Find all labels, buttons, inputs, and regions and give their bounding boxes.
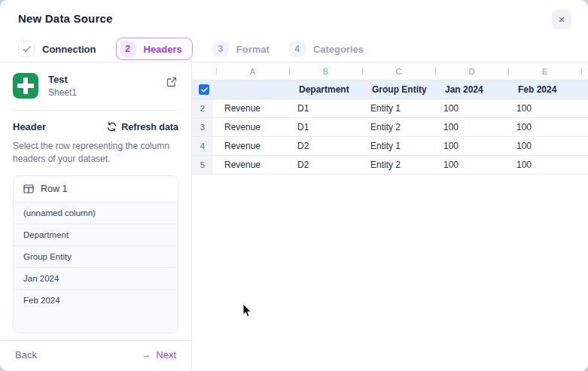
next-label: Next xyxy=(156,349,176,360)
sidebar: Test Sheet1 Header xyxy=(0,62,192,371)
check-icon xyxy=(18,41,35,57)
new-data-source-dialog: New Data Source ✕ Connection 2 Headers 3… xyxy=(0,0,588,371)
open-external-icon[interactable] xyxy=(165,75,178,91)
column-letter: E xyxy=(508,62,581,80)
section-description: Select the row representing the column h… xyxy=(13,140,181,166)
sheet-cell: Entity 2 xyxy=(361,156,434,174)
sheet-cell: Revenue xyxy=(215,156,288,174)
spreadsheet-icon xyxy=(13,73,38,99)
step-label: Format xyxy=(236,44,270,55)
source-card: Test Sheet1 xyxy=(13,73,178,99)
corner-cell xyxy=(192,62,216,80)
back-button[interactable]: Back xyxy=(15,349,37,360)
step-headers[interactable]: 2 Headers xyxy=(116,38,193,60)
sheet-cell: D1 xyxy=(288,99,361,117)
divider xyxy=(13,110,178,111)
column-letter: B xyxy=(289,62,362,80)
wizard-footer: Back → Next xyxy=(0,340,191,371)
step-label: Categories xyxy=(313,44,364,55)
step-number: 2 xyxy=(120,41,136,57)
sheet-cell: 100 xyxy=(434,156,507,174)
column-letter: C xyxy=(362,62,435,80)
sheet-cell: Revenue xyxy=(215,99,288,117)
column-letter: A xyxy=(216,62,289,80)
column-letters-row: A B C D E xyxy=(192,62,588,81)
sheet-cell: 100 xyxy=(507,118,580,136)
arrow-right-icon: → xyxy=(141,349,151,360)
header-row-checkbox[interactable] xyxy=(199,84,209,95)
refresh-data-button[interactable]: Refresh data xyxy=(107,122,178,132)
step-number: 3 xyxy=(212,41,229,57)
step-connection[interactable]: Connection xyxy=(18,41,96,57)
column-list-item: Department xyxy=(14,224,178,245)
step-format[interactable]: 3 Format xyxy=(212,41,270,57)
column-list-item: Jan 2024 xyxy=(14,267,178,289)
sheet-cell: 100 xyxy=(434,118,507,136)
sheet-cell: Entity 1 xyxy=(361,99,434,117)
sheet-cell: Entity 2 xyxy=(361,118,434,136)
close-icon: ✕ xyxy=(558,15,565,25)
refresh-icon xyxy=(107,122,117,132)
row-number: 3 xyxy=(192,118,215,136)
column-list-item: Group Entity xyxy=(14,245,178,267)
selected-header-row[interactable]: Department Group Entity Jan 2024 Feb 202… xyxy=(192,81,588,99)
column-letter-partial xyxy=(581,62,588,80)
sheet-cell: Revenue xyxy=(215,118,288,136)
sheet-cell: Entity 1 xyxy=(361,137,434,155)
sheet-row[interactable]: 3 Revenue D1 Entity 2 100 100 xyxy=(192,118,588,137)
sheet-cell: 100 xyxy=(434,99,507,117)
row-selector[interactable]: Row 1 xyxy=(14,176,178,202)
spreadsheet-preview: A B C D E Department Group Entity Jan 20… xyxy=(192,62,588,371)
column-list-item: (unnamed column) xyxy=(14,202,178,224)
step-label: Headers xyxy=(144,44,182,55)
header-cell xyxy=(216,81,289,99)
header-cell: Group Entity xyxy=(362,81,435,99)
sheet-cell: 100 xyxy=(507,156,580,174)
refresh-label: Refresh data xyxy=(121,122,178,132)
step-number: 4 xyxy=(289,41,306,57)
sheet-cell: D2 xyxy=(288,137,361,155)
header-cell: Feb 2024 xyxy=(508,81,581,99)
dialog-header: New Data Source ✕ Connection 2 Headers 3… xyxy=(0,0,588,62)
row-number: 4 xyxy=(192,137,215,155)
stepper: Connection 2 Headers 3 Format 4 Categori… xyxy=(18,38,571,60)
next-button[interactable]: → Next xyxy=(141,349,176,360)
close-button[interactable]: ✕ xyxy=(552,10,571,29)
source-sheet-name: Sheet1 xyxy=(48,87,77,98)
row-selector-label: Row 1 xyxy=(41,184,67,194)
row-number: 2 xyxy=(192,99,215,117)
sheet-cell: 100 xyxy=(507,99,580,117)
step-categories[interactable]: 4 Categories xyxy=(289,41,364,57)
column-list-item: Feb 2024 xyxy=(14,289,178,311)
sheet-row[interactable]: 2 Revenue D1 Entity 1 100 100 xyxy=(192,99,588,118)
card-filler xyxy=(14,311,178,333)
sheet-cell: 100 xyxy=(507,137,580,155)
page-title: New Data Source xyxy=(18,10,113,25)
sheet-cell: D2 xyxy=(288,156,361,174)
source-name: Test xyxy=(48,74,77,85)
header-cell: Jan 2024 xyxy=(435,81,508,99)
sheet-row[interactable]: 4 Revenue D2 Entity 1 100 100 xyxy=(192,137,588,156)
table-icon xyxy=(23,184,34,193)
column-letter: D xyxy=(435,62,508,80)
sheet-cell: D1 xyxy=(288,118,361,136)
header-cell: Department xyxy=(289,81,362,99)
section-title: Header xyxy=(13,121,46,132)
step-label: Connection xyxy=(42,44,96,55)
sheet-cell: Revenue xyxy=(215,137,288,155)
row-number: 5 xyxy=(192,156,215,174)
header-row-card: Row 1 (unnamed column) Department Group … xyxy=(13,175,178,333)
sheet-cell: 100 xyxy=(434,137,507,155)
sheet-row[interactable]: 5 Revenue D2 Entity 2 100 100 xyxy=(192,156,588,175)
